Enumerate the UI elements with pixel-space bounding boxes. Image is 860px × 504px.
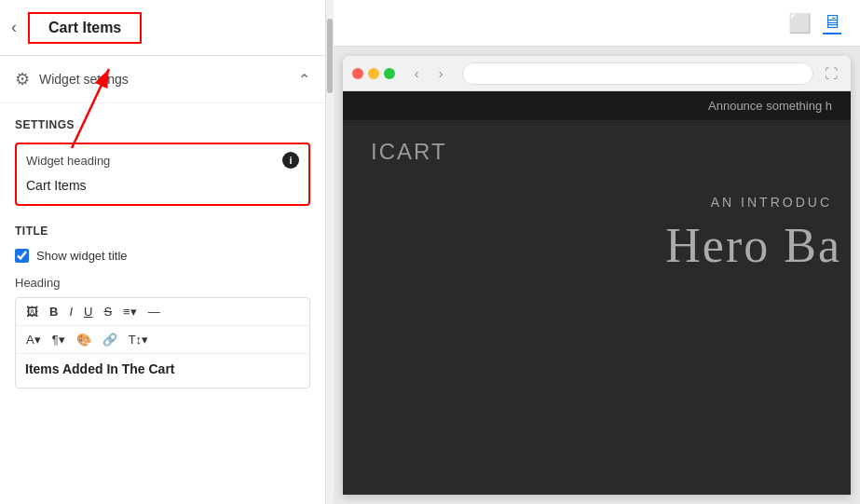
toolbar-font-color-btn[interactable]: A▾ — [21, 330, 46, 349]
browser-chrome: ‹ › ⛶ — [343, 56, 851, 91]
right-panel: ⬜ 🖥 ‹ › ⛶ Announce something h ICA — [334, 0, 860, 504]
icart-label: ICART — [371, 139, 447, 165]
toolbar-italic-btn[interactable]: I — [64, 302, 77, 321]
minimize-icon[interactable] — [368, 68, 379, 79]
widget-settings-left: ⚙ Widget settings — [15, 69, 129, 89]
hero-background — [343, 120, 851, 490]
desktop-icon[interactable]: 🖥 — [823, 11, 841, 34]
announce-bar: Announce something h — [343, 91, 851, 120]
panel-title: Cart Items — [28, 12, 142, 44]
scrollbar-thumb — [327, 19, 333, 93]
toolbar-image-btn[interactable]: 🖼 — [21, 302, 43, 321]
toolbar-row-1: 🖼 B I U S ≡▾ — — [16, 298, 309, 326]
toolbar-strike-btn[interactable]: S — [99, 302, 116, 321]
scrollbar[interactable] — [326, 0, 334, 504]
toolbar-row-2: A▾ ¶▾ 🎨 🔗 T↕▾ — [16, 326, 309, 354]
toolbar-bold-btn[interactable]: B — [45, 302, 62, 321]
back-nav-btn[interactable]: ‹ — [406, 63, 427, 84]
toolbar-underline-btn[interactable]: U — [79, 302, 97, 321]
maximize-icon[interactable] — [384, 68, 395, 79]
browser-window: ‹ › ⛶ Announce something h ICART AN INTR… — [343, 56, 851, 495]
forward-nav-btn[interactable]: › — [430, 63, 451, 84]
chevron-up-icon[interactable]: ⌃ — [298, 71, 310, 89]
checkbox-row: Show widget title — [15, 249, 310, 263]
tablet-icon[interactable]: ⬜ — [788, 12, 812, 34]
toolbar-paragraph-btn[interactable]: ¶▾ — [48, 330, 70, 349]
browser-nav: ‹ › — [406, 63, 451, 84]
field-label-row: Widget heading i — [19, 146, 307, 172]
editor-content[interactable]: Items Added In The Cart — [16, 354, 309, 388]
toolbar-divider-btn[interactable]: — — [143, 302, 165, 321]
site-body: ICART AN INTRODUC Hero Ba — [343, 120, 851, 490]
info-icon[interactable]: i — [282, 152, 299, 169]
editor-toolbar: 🖼 B I U S ≡▾ — A▾ ¶▾ 🎨 🔗 T↕▾ Items Added… — [15, 297, 310, 388]
panel-header: ‹ Cart Items — [0, 0, 325, 56]
traffic-lights — [352, 68, 395, 79]
widget-settings-label: Widget settings — [39, 72, 129, 87]
close-icon[interactable] — [352, 68, 363, 79]
heading-label: Heading — [15, 276, 310, 290]
back-button[interactable]: ‹ — [11, 18, 17, 37]
address-bar[interactable] — [462, 62, 813, 85]
hero-title: Hero Ba — [665, 218, 841, 273]
title-section: TITLE Show widget title Heading 🖼 B I U … — [15, 225, 310, 388]
toolbar-align-btn[interactable]: ≡▾ — [118, 302, 142, 321]
left-panel: ‹ Cart Items ⚙ Widget settings ⌃ SETTING… — [0, 0, 326, 504]
show-widget-title-checkbox[interactable] — [15, 249, 29, 263]
panel-body: SETTINGS Widget heading i TITLE Show wid… — [0, 103, 325, 418]
title-section-label: TITLE — [15, 225, 310, 238]
toolbar-bg-color-btn[interactable]: 🎨 — [72, 330, 96, 349]
settings-section-label: SETTINGS — [15, 118, 310, 131]
widget-settings-row: ⚙ Widget settings ⌃ — [0, 56, 325, 103]
widget-heading-input[interactable] — [19, 172, 307, 202]
website-content: Announce something h ICART AN INTRODUC H… — [343, 91, 851, 495]
gear-icon: ⚙ — [15, 69, 30, 89]
show-widget-title-label: Show widget title — [36, 249, 128, 263]
widget-heading-label: Widget heading — [26, 154, 110, 168]
toolbar-text-size-btn[interactable]: T↕▾ — [124, 330, 153, 349]
widget-heading-field: Widget heading i — [15, 143, 310, 206]
preview-topbar: ⬜ 🖥 — [334, 0, 860, 47]
expand-btn[interactable]: ⛶ — [821, 63, 841, 84]
toolbar-link-btn[interactable]: 🔗 — [98, 330, 122, 349]
hero-intro-text: AN INTRODUC — [711, 195, 832, 210]
